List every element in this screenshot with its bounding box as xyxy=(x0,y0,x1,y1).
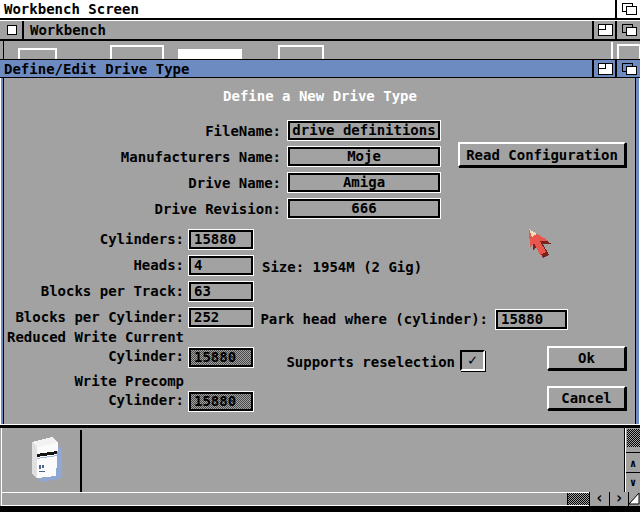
close-gadget[interactable] xyxy=(2,21,24,39)
ok-button[interactable]: Ok xyxy=(547,346,626,370)
reduced-write-current-label-line2: Cylinder: xyxy=(0,349,184,364)
depth-icon xyxy=(622,3,637,15)
scroll-left-button[interactable]: ‹ xyxy=(590,492,609,505)
ok-label: Ok xyxy=(578,350,595,366)
supports-reselection-checkbox[interactable]: ✓ xyxy=(460,350,485,371)
blocks-per-track-value: 63 xyxy=(189,282,253,301)
dialog-titlebar[interactable]: Define/Edit Drive Type xyxy=(0,59,640,78)
park-head-field[interactable]: 15880 xyxy=(495,309,568,330)
cancel-button[interactable]: Cancel xyxy=(547,386,626,410)
cylinders-field[interactable]: 15880 xyxy=(188,229,254,250)
blocks-per-track-label: Blocks per Track: xyxy=(0,284,184,299)
zoom-icon xyxy=(598,63,613,75)
blocks-per-track-field[interactable]: 63 xyxy=(188,281,254,302)
workbench-titlebar[interactable]: Workbench xyxy=(0,20,640,41)
read-configuration-button[interactable]: Read Configuration xyxy=(458,142,626,167)
park-head-label: Park head where (cylinder): xyxy=(240,312,488,327)
resize-gadget[interactable] xyxy=(629,492,640,505)
disk-icon[interactable] xyxy=(26,434,64,484)
depth-icon xyxy=(622,63,637,75)
heads-field[interactable]: 4 xyxy=(188,255,254,276)
scroll-up-button[interactable]: ∧ xyxy=(626,452,640,473)
window-border xyxy=(611,42,613,59)
dialog-border xyxy=(0,425,640,428)
cylinders-value: 15880 xyxy=(189,230,253,249)
screen-bottom-border xyxy=(0,506,640,512)
dialog-heading: Define a New Drive Type xyxy=(0,88,640,104)
manufacturers-name-value: Moje xyxy=(288,147,440,166)
depth-icon xyxy=(622,24,637,36)
divider xyxy=(615,60,617,77)
cylinders-label: Cylinders: xyxy=(0,232,184,247)
dialog-zoom-gadget[interactable] xyxy=(594,60,616,77)
drive-name-value: Amiga xyxy=(288,173,440,192)
filename-label: FileName: xyxy=(0,124,281,139)
vertical-scrollbar-track[interactable] xyxy=(627,429,640,447)
filename-field[interactable]: drive definitions xyxy=(287,120,441,141)
screen-titlebar[interactable]: Workbench Screen xyxy=(0,0,640,20)
right-arrow-icon: › xyxy=(614,492,623,505)
park-head-value: 15880 xyxy=(496,310,567,329)
drive-name-field[interactable]: Amiga xyxy=(287,172,441,193)
workbench-screen: Workbench Screen Workbench Define/Edit D… xyxy=(0,0,640,512)
manufacturers-name-field[interactable]: Moje xyxy=(287,146,441,167)
write-precomp-value: 15880 xyxy=(189,392,253,411)
write-precomp-label-line2: Cylinder: xyxy=(0,393,184,408)
supports-reselection-label: Supports reselection xyxy=(255,355,455,370)
scroll-right-button[interactable]: › xyxy=(610,492,628,505)
down-arrow-icon: ∨ xyxy=(630,477,637,488)
workbench-depth-gadget[interactable] xyxy=(618,21,640,39)
blocks-per-cylinder-label: Blocks per Cylinder: xyxy=(0,310,184,325)
screen-title: Workbench Screen xyxy=(4,1,139,18)
read-configuration-label: Read Configuration xyxy=(466,147,618,163)
window-border xyxy=(3,41,4,59)
screen-depth-gadget[interactable] xyxy=(618,0,640,18)
drive-name-label: Drive Name: xyxy=(0,176,281,191)
drive-revision-label: Drive Revision: xyxy=(0,202,281,217)
checkmark-icon: ✓ xyxy=(468,353,477,368)
size-text: Size: 1954M (2 Gig) xyxy=(262,259,422,275)
up-arrow-icon: ∧ xyxy=(630,458,637,469)
scroll-down-button[interactable]: ∨ xyxy=(626,472,640,492)
workbench-zoom-gadget[interactable] xyxy=(594,21,616,39)
dialog-depth-gadget[interactable] xyxy=(618,60,640,77)
manufacturers-name-label: Manufacturers Name: xyxy=(0,150,281,165)
window-divider xyxy=(80,430,82,492)
heads-value: 4 xyxy=(189,256,253,275)
workbench-title: Workbench xyxy=(30,22,106,39)
left-arrow-icon: ‹ xyxy=(595,492,604,505)
horizontal-scrollbar-thumb[interactable] xyxy=(2,493,568,505)
heads-label: Heads: xyxy=(0,258,184,273)
divider xyxy=(615,0,617,18)
zoom-icon xyxy=(598,24,613,36)
divider xyxy=(615,21,617,39)
cancel-label: Cancel xyxy=(561,390,612,406)
close-icon xyxy=(7,25,17,35)
drive-revision-value: 666 xyxy=(288,199,440,218)
write-precomp-label-line1: Write Precomp xyxy=(0,374,184,389)
reduced-write-current-field: 15880 xyxy=(188,347,254,368)
dialog-title: Define/Edit Drive Type xyxy=(4,61,189,77)
reduced-write-current-value: 15880 xyxy=(189,348,253,367)
filename-value: drive definitions xyxy=(288,121,440,140)
reduced-write-current-label-line1: Reduced Write Current xyxy=(0,330,184,345)
horizontal-scrollbar-track[interactable] xyxy=(1,492,590,506)
drive-revision-field[interactable]: 666 xyxy=(287,198,441,219)
write-precomp-field: 15880 xyxy=(188,391,254,412)
